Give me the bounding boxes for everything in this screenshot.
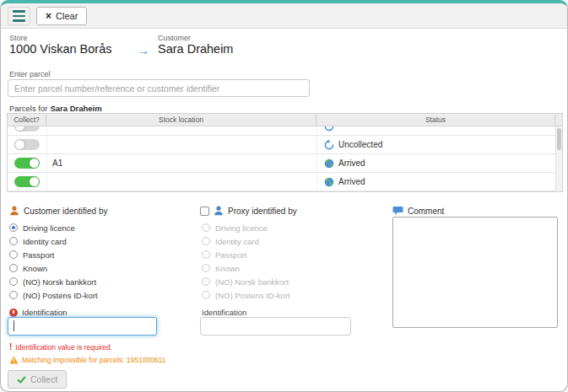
table-scrollbar[interactable] xyxy=(555,126,562,191)
parcels-title: Parcels for Sara Draheim xyxy=(9,104,102,113)
radio-option-label: (NO) Postens ID-kort xyxy=(215,291,290,300)
collect-cell xyxy=(8,173,46,191)
customer-identified-by-label: Customer identified by xyxy=(24,207,108,216)
parcels-title-name: Sara Draheim xyxy=(50,104,101,113)
radio-button-icon xyxy=(202,237,210,245)
proxy-identified-by-header: Proxy identified by xyxy=(200,206,297,216)
customer-person-icon xyxy=(9,206,19,216)
radio-option-known[interactable]: Known xyxy=(9,261,178,275)
proxy-person-icon xyxy=(214,206,224,216)
globe-icon xyxy=(324,158,334,169)
parcels-title-prefix: Parcels for xyxy=(9,104,47,113)
customer-identification-input[interactable] xyxy=(8,317,157,336)
customer-value: Sara Draheim xyxy=(158,42,233,56)
globe-icon xyxy=(324,177,334,187)
text-caret xyxy=(14,320,14,331)
radio-button-icon[interactable] xyxy=(9,237,18,245)
refresh-icon xyxy=(324,140,334,150)
identification-required-icon xyxy=(9,309,18,317)
radio-option-driving-licence[interactable]: Driving licence xyxy=(9,221,178,234)
collect-toggle[interactable] xyxy=(14,176,40,187)
collect-button[interactable]: Collect xyxy=(8,370,67,389)
arrow-right-icon: → xyxy=(137,43,149,57)
clear-button-label: Clear xyxy=(56,11,78,21)
store-label: Store xyxy=(9,34,28,42)
parcel-collection-window: × Clear Store 1000 Viskan Borås → Custom… xyxy=(0,0,568,392)
status-label: Uncollected xyxy=(338,140,382,149)
error-exclamation-icon: ! xyxy=(9,342,12,352)
radio-option-no-postens-id-kort: (NO) Postens ID-kort xyxy=(202,288,371,302)
status-cell: Arrived xyxy=(316,173,562,191)
stock-location-cell xyxy=(46,136,316,153)
customer-id-options: Driving licenceIdentity cardPassportKnow… xyxy=(9,221,178,302)
radio-option-label: Identity card xyxy=(215,237,259,246)
collect-cell xyxy=(8,136,46,153)
radio-option-label: Identity card xyxy=(23,237,67,246)
radio-option-label: (NO) Postens ID-kort xyxy=(23,291,98,300)
radio-option-label: (NO) Norsk bankkort xyxy=(215,277,289,287)
parcels-table: Collect? Stock location Status Uncollect… xyxy=(7,113,563,192)
collect-cell xyxy=(8,154,46,172)
collect-toggle[interactable] xyxy=(14,126,40,132)
collect-toggle[interactable] xyxy=(14,139,40,150)
radio-option-identity-card[interactable]: Identity card xyxy=(9,234,178,248)
radio-option-label: Known xyxy=(215,264,240,273)
radio-button-icon[interactable] xyxy=(9,223,18,232)
status-cell xyxy=(316,126,562,135)
radio-button-icon[interactable] xyxy=(9,291,18,299)
proxy-identification-input[interactable] xyxy=(200,317,351,336)
radio-option-identity-card: Identity card xyxy=(202,234,371,248)
parcels-body-inner: UncollectedA1ArrivedArrived xyxy=(8,126,562,191)
comment-icon xyxy=(392,206,403,216)
menu-button[interactable] xyxy=(8,7,30,25)
status-label: Arrived xyxy=(338,158,365,168)
radio-button-icon[interactable] xyxy=(9,250,18,259)
parcel-input[interactable] xyxy=(8,79,310,97)
customer-identification-label-row: Identification xyxy=(9,308,67,317)
stock-location-cell xyxy=(46,173,316,191)
toggle-knob xyxy=(30,177,39,186)
comment-header: Comment xyxy=(392,206,444,216)
identification-error: ! Identification value is required. xyxy=(9,342,112,352)
proxy-identified-by-label: Proxy identified by xyxy=(228,207,297,216)
radio-button-icon xyxy=(202,291,210,299)
radio-option-label: (NO) Norsk bankkort xyxy=(23,277,96,287)
status-cell: Uncollected xyxy=(316,136,562,153)
toggle-knob xyxy=(30,158,39,168)
radio-button-icon xyxy=(202,264,210,272)
customer-identification-label: Identification xyxy=(22,308,67,317)
comment-textarea[interactable] xyxy=(392,217,558,328)
store-value: 1000 Viskan Borås xyxy=(9,42,111,56)
collect-toggle[interactable] xyxy=(14,158,40,169)
radio-button-icon[interactable] xyxy=(9,277,18,286)
error-text: Identification value is required. xyxy=(15,343,112,352)
radio-option-label: Driving licence xyxy=(23,223,75,233)
parcel-row: A1Arrived xyxy=(8,154,562,173)
parcel-row xyxy=(8,126,562,136)
radio-option-passport: Passport xyxy=(202,248,371,261)
stock-location-cell xyxy=(46,126,316,135)
collect-cell xyxy=(8,126,46,135)
radio-option-label: Passport xyxy=(23,250,55,260)
radio-option-driving-licence: Driving licence xyxy=(202,221,371,234)
radio-option-no-norsk-bankkort[interactable]: (NO) Norsk bankkort xyxy=(9,275,178,288)
scrollbar-thumb[interactable] xyxy=(557,128,561,150)
radio-button-icon[interactable] xyxy=(9,264,18,272)
radio-button-icon xyxy=(202,223,210,232)
customer-identified-by-header: Customer identified by xyxy=(9,206,108,216)
radio-option-no-norsk-bankkort: (NO) Norsk bankkort xyxy=(202,275,371,288)
close-icon: × xyxy=(46,11,51,21)
radio-option-no-postens-id-kort[interactable]: (NO) Postens ID-kort xyxy=(9,288,178,302)
proxy-checkbox[interactable] xyxy=(200,207,209,216)
proxy-identification-label: Identification xyxy=(202,308,246,317)
hamburger-icon xyxy=(13,10,25,13)
radio-button-icon xyxy=(202,277,210,286)
radio-option-known: Known xyxy=(202,261,371,275)
toggle-knob xyxy=(15,140,24,149)
clear-button[interactable]: × Clear xyxy=(36,7,87,25)
warning-text: Matching impossible for parcels: 1951000… xyxy=(22,356,165,364)
customer-label: Customer xyxy=(158,34,191,42)
parcel-row: Arrived xyxy=(8,173,562,191)
refresh-icon xyxy=(324,126,334,132)
radio-option-passport[interactable]: Passport xyxy=(9,248,178,261)
